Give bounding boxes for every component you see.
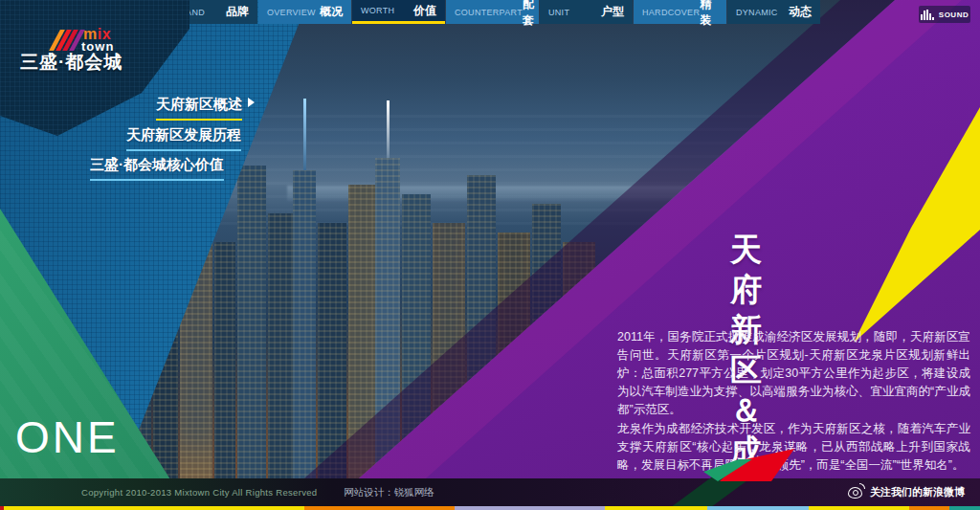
nav-item-counterpart[interactable]: COUNTERPART配套 [446, 0, 539, 24]
body-text: 2011年，国务院正式批准成渝经济区发展规划，随即，天府新区宣告问世。天府新区第… [617, 328, 970, 475]
weibo-link[interactable]: 关注我们的新浪微博 [848, 485, 965, 499]
top-navigation: BRAND品牌 OVERVIEW概况 WORTH价值 COUNTERPART配套… [165, 0, 821, 24]
copyright-text: Copyright 2010-2013 Mixtown City All Rig… [81, 487, 317, 498]
sound-toggle-button[interactable]: SOUND [919, 6, 970, 23]
design-credit: 网站设计：锐狐网络 [344, 486, 434, 499]
section-number: ONE [15, 411, 120, 463]
logo-chinese-name: 三盛·都会城 [20, 50, 122, 75]
sound-label: SOUND [939, 11, 969, 19]
side-menu-item-core-value[interactable]: 三盛·都会城核心价值 [0, 156, 224, 181]
nav-item-unit[interactable]: UNIT户型 [540, 0, 633, 24]
footer: Copyright 2010-2013 Mixtown City All Rig… [0, 478, 980, 506]
spire-antenna-blue [303, 99, 306, 170]
nav-item-worth[interactable]: WORTH价值 [352, 0, 445, 24]
active-arrow-icon [248, 98, 255, 107]
weibo-icon [848, 487, 862, 499]
weibo-label: 关注我们的新浪微博 [870, 485, 965, 499]
paragraph-2: 龙泉作为成都经济技术开发区，作为天府新区之核，随着汽车产业支撑天府新区“核心起步… [617, 420, 970, 475]
equalizer-icon [921, 10, 934, 20]
nav-item-overview[interactable]: OVERVIEW概况 [258, 0, 351, 24]
paragraph-1: 2011年，国务院正式批准成渝经济区发展规划，随即，天府新区宣告问世。天府新区第… [617, 328, 970, 419]
spire-antenna-white [387, 100, 390, 158]
nav-item-dynamic[interactable]: DYNAMIC动态 [727, 0, 820, 24]
page: ONE mmixix town 三盛·都会城 BRAND品牌 OVERVIEW概… [0, 0, 980, 510]
bottom-color-line [0, 506, 980, 510]
nav-item-hardcover[interactable]: HARDCOVER精装 [634, 0, 726, 24]
side-menu-item-history[interactable]: 天府新区发展历程 [0, 126, 241, 151]
